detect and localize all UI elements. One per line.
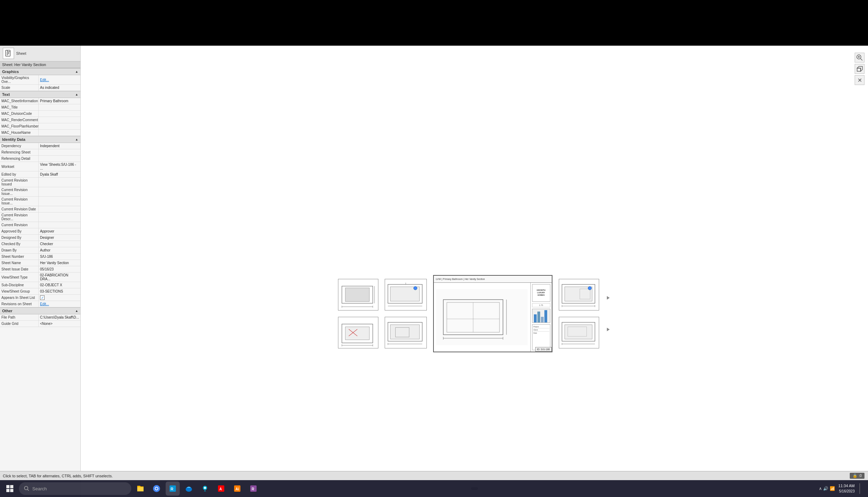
prop-row-mac-house[interactable]: MAC_HouseName	[0, 130, 80, 136]
prop-name-refdetail: Referencing Detail	[0, 156, 39, 162]
prop-row-scale[interactable]: Scale As indicated	[0, 85, 80, 91]
svg-text:R: R	[252, 487, 254, 491]
prop-name-workset: Workset	[0, 162, 39, 171]
properties-panel[interactable]: Graphics ▲ Visibility/Graphics Ove... Ed…	[0, 68, 80, 497]
prop-row-sheetname[interactable]: Sheet Name Her Vanity Section	[0, 260, 80, 266]
taskbar-tray: ∧ 🔊 📶 11:34 AM 5/16/2023	[819, 483, 865, 494]
prop-row-viewgroup[interactable]: View/Sheet Group 03-SECTIONS	[0, 288, 80, 295]
svg-point-64	[155, 488, 158, 490]
prop-value-refsheet	[39, 149, 80, 155]
prop-value-guidegrid: <None>	[39, 321, 80, 327]
sheet-title-bar: Sheet: Her Vanity Section	[0, 61, 80, 68]
prop-name-currevissuedd: Current Revision Issue...	[0, 187, 39, 196]
prop-row-currevissued[interactable]: Current Revision Issued	[0, 178, 80, 187]
prop-row-filepath[interactable]: File Path C:\Users\Dyala Skaff\D...	[0, 314, 80, 321]
show-desktop[interactable]	[860, 483, 862, 494]
taskbar-app-edge[interactable]	[182, 482, 196, 496]
prop-value-filepath: C:\Users\Dyala Skaff\D...	[39, 314, 80, 320]
prop-row-refsheet[interactable]: Referencing Sheet	[0, 149, 80, 156]
taskbar-app-r[interactable]: R	[246, 482, 260, 496]
canvas-toolbar: ✕	[855, 53, 864, 85]
start-button[interactable]	[3, 482, 17, 496]
prop-row-guidegrid[interactable]: Guide Grid <None>	[0, 321, 80, 327]
prop-row-appears-in-sheet[interactable]: Appears In Sheet List	[0, 295, 80, 301]
section-graphics[interactable]: Graphics ▲	[0, 68, 80, 75]
left-panel: Sheet Sheet: Her Vanity Section Graphics…	[0, 46, 81, 497]
taskbar: Search R	[0, 480, 868, 497]
svg-line-61	[28, 490, 29, 491]
sheet-label: Sheet	[16, 51, 26, 55]
prop-row-mac-title[interactable]: MAC_Title	[0, 104, 80, 111]
prop-name-sheetname: Sheet Name	[0, 260, 39, 266]
prop-row-sheetdate[interactable]: Sheet Issue Date 05/16/23	[0, 266, 80, 273]
taskbar-app-chrome[interactable]	[150, 482, 164, 496]
prop-row-sheetnumber[interactable]: Sheet Number S/U-186	[0, 254, 80, 260]
thumb-tl	[338, 279, 378, 310]
prop-row-mac-div[interactable]: MAC_DivisionCode	[0, 111, 80, 117]
status-left-text: Click to select, TAB for alternates, CTR…	[0, 474, 846, 478]
prop-row-currev[interactable]: Current Revision	[0, 222, 80, 228]
prop-name-checked: Checked By	[0, 241, 39, 247]
prop-name-mac-floor: MAC_FloorPlanNumber	[0, 123, 39, 129]
section-other[interactable]: Other ▲	[0, 307, 80, 314]
sheet-header: Sheet	[0, 46, 80, 61]
appears-checkbox[interactable]	[40, 295, 45, 300]
prop-row-approved[interactable]: Approved By Approver	[0, 228, 80, 235]
prop-value-sheetnumber: S/U-186	[39, 254, 80, 260]
svg-rect-59	[10, 489, 13, 492]
prop-value-dependency: Independent	[39, 143, 80, 149]
prop-row-mac-floor[interactable]: MAC_FloorPlanNumber	[0, 123, 80, 130]
section-identity[interactable]: Identity Data ▲	[0, 136, 80, 143]
close-tool[interactable]: ✕	[855, 75, 864, 85]
section-identity-label: Identity Data	[2, 137, 25, 142]
prop-row-viewtype[interactable]: View/Sheet Type 02-FABRICATION DRA...	[0, 273, 80, 282]
prop-value-mac-title	[39, 104, 80, 110]
prop-row-currevdescr[interactable]: Current Revision Descr...	[0, 212, 80, 222]
prop-value-viewgroup: 03-SECTIONS	[39, 288, 80, 294]
taskbar-clock: 11:34 AM 5/16/2023	[839, 483, 855, 493]
prop-row-mac-render[interactable]: MAC_RenderComment	[0, 117, 80, 123]
scale-value: 1:75	[539, 304, 543, 306]
svg-rect-57	[10, 485, 13, 488]
prop-name-designed: Designed By	[0, 235, 39, 241]
prop-row-drawn[interactable]: Drawn By Author	[0, 247, 80, 254]
prop-name-mac-si: MAC_SheetInformation	[0, 98, 39, 104]
prop-row-designed[interactable]: Designed By Designer	[0, 235, 80, 241]
prop-row-currevdate[interactable]: Current Revision Date	[0, 206, 80, 212]
prop-name-currev: Current Revision	[0, 222, 39, 228]
taskbar-app-maps[interactable]	[198, 482, 212, 496]
prop-value-currevissued	[39, 178, 80, 187]
prop-row-editedby[interactable]: Edited by Dyala Skaff	[0, 171, 80, 178]
prop-row-refdetail[interactable]: Referencing Detail	[0, 156, 80, 162]
taskbar-app-acrobat[interactable]: A	[214, 482, 228, 496]
prop-row-vg[interactable]: Visibility/Graphics Ove... Edit...	[0, 75, 80, 85]
prop-value-vg[interactable]: Edit...	[39, 75, 80, 84]
prop-row-workset[interactable]: Workset View 'Sheets:S/U-186 - ...	[0, 162, 80, 171]
zoom-tool[interactable]	[855, 53, 864, 63]
taskbar-search[interactable]: Search	[19, 482, 131, 495]
prop-name-subdiscipline: Sub-Discipline	[0, 282, 39, 288]
taskbar-app-explorer[interactable]	[133, 482, 147, 496]
prop-row-currevissuedd[interactable]: Current Revision Issue...	[0, 187, 80, 197]
prop-value-mac-div	[39, 111, 80, 117]
prop-row-revisions[interactable]: Revisions on Sheet Edit...	[0, 301, 80, 307]
prop-value-approved: Approver	[39, 228, 80, 234]
prop-value-workset: View 'Sheets:S/U-186 - ...	[39, 162, 80, 171]
prop-row-mac-si[interactable]: MAC_SheetInformation Primary Bathroom	[0, 98, 80, 104]
sheet-title-strip: LVW | Primary Bathroom | Her Vanity Sect…	[434, 276, 552, 283]
taskbar-app-revit[interactable]: R	[166, 482, 180, 496]
prop-value-mac-render	[39, 117, 80, 123]
prop-row-currevissue2[interactable]: Current Revision Issue...	[0, 197, 80, 206]
prop-row-subdiscipline[interactable]: Sub-Discipline 02-OBJECT X	[0, 282, 80, 288]
view-cube-tool[interactable]	[855, 64, 864, 74]
prop-row-checked[interactable]: Checked By Checker	[0, 241, 80, 247]
prop-value-revisions[interactable]: Edit...	[39, 301, 80, 307]
prop-value-mac-si: Primary Bathroom	[39, 98, 80, 104]
prop-row-dependency[interactable]: Dependency Independent	[0, 143, 80, 149]
prop-name-currevissue2: Current Revision Issue...	[0, 197, 39, 206]
sheet-icon	[3, 48, 14, 59]
search-placeholder: Search	[32, 486, 47, 491]
clock-time: 11:34 AM	[839, 483, 855, 489]
section-text[interactable]: Text ▲	[0, 91, 80, 98]
taskbar-app-illustrator[interactable]: Ai	[230, 482, 244, 496]
